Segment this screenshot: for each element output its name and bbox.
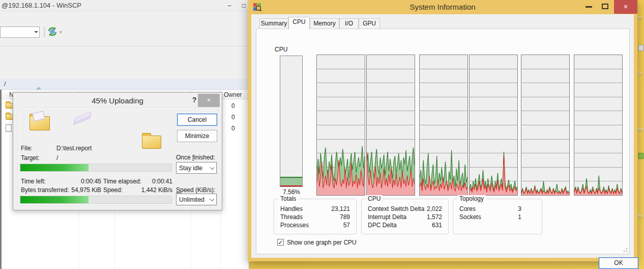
sync-dropdown-caret[interactable]: ▾ [60,30,62,35]
speed-label: Speed: [103,186,123,194]
close-button[interactable]: × [614,0,637,14]
context-switch-label: Context Switch Delta [368,205,424,212]
once-finished-value: Stay idle [179,165,202,172]
threads-value: 789 [340,213,350,221]
totals-title: Totals [278,195,298,202]
target-label: Target: [21,154,40,162]
sysinfo-titlebar[interactable]: System Information × [248,0,637,14]
ok-button[interactable]: OK [599,257,638,269]
cpu-groupbox: CPU Context Switch Delta2,022 Interrupt … [361,199,449,234]
time-left-label: Time left: [21,178,46,185]
sync-icon [47,26,57,37]
cpu-percent-label: 7.56% [272,189,311,196]
desktop-icon-label: vi [638,14,641,20]
dpc-delta-label: DPC Delta [368,222,397,229]
total-progress-fill [20,196,89,203]
winscp-title: @192.168.1.104 - WinSCP [2,2,81,9]
cpu-graph-5 [574,55,623,196]
time-elapsed-value: 0:00:41 [135,178,172,185]
toolbar-grip [44,28,45,37]
processes-label: Processes [280,222,309,229]
upload-progress-dialog: 45% Uploading ? × Cancel Minimize File: … [13,92,222,210]
cpu-section-label: CPU [275,46,287,53]
cpu-graph-1 [366,55,415,196]
tab-summary[interactable]: Summary [259,18,288,29]
tab-cpu[interactable]: CPU [288,17,310,30]
cpu-usage-gauge [280,56,303,187]
cpu-graph-4 [521,55,570,196]
session-combobox[interactable] [0,26,40,38]
interrupt-delta-value: 1,572 [427,213,442,221]
target-folder-icon [142,136,161,149]
chevron-down-icon [210,165,214,170]
close-icon: × [207,96,211,104]
minimize-button[interactable]: – [223,1,236,10]
minimize-transfer-button[interactable]: Minimize [177,130,217,142]
desktop-app-icon[interactable] [638,153,643,159]
chevron-down-icon [34,31,38,33]
cpu-group-title: CPU [366,195,383,202]
once-finished-select[interactable]: Stay idle [176,162,217,174]
topology-title: Topology [457,195,486,202]
minimize-button[interactable] [586,6,592,8]
desktop-icon-label: ex [638,126,643,132]
cpu-graph-2 [419,55,468,196]
column-header-owner[interactable]: Owner [224,91,242,98]
sysinfo-title: System Information [248,3,637,11]
maximize-button[interactable] [602,4,608,9]
processes-value: 57 [343,222,350,229]
tab-io[interactable]: I/O [339,18,359,29]
dpc-delta-value: 631 [432,222,442,229]
system-information-window: System Information × Summary CPU Memory … [248,0,637,261]
synchronize-button[interactable] [47,26,58,38]
current-path: / [4,80,6,88]
cpu-gauge-kernel-line [280,185,302,186]
interrupt-delta-label: Interrupt Delta [368,213,406,221]
chevron-down-icon [210,197,214,201]
cpu-graph-3 [469,55,518,196]
cancel-button[interactable]: Cancel [177,114,217,126]
handles-label: Handles [280,205,303,212]
checkbox-checked-icon[interactable]: ✓ [277,239,284,246]
cpu-tab-page: CPU 7.56% Totals Handles23,121 Threads78… [256,29,630,254]
source-folder-icon [30,116,50,130]
close-icon: × [624,3,628,11]
desktop-file-icon[interactable] [638,45,643,51]
total-progress-bar [20,196,172,204]
speed-limit-value: Unlimited [179,196,204,203]
help-button[interactable]: ? [190,96,198,104]
dialog-title: 45% Uploading [92,96,143,105]
tab-memory[interactable]: Memory [310,18,339,29]
speed-limit-select[interactable]: Unlimited [176,194,217,205]
resize-grip[interactable] [623,247,628,252]
desktop-edge: vi a ex ex [637,0,644,269]
owner-cell[interactable]: 0 [231,102,235,110]
bytes-transferred-value: 54,975 KiB [62,186,101,194]
owner-cell[interactable]: 0 [231,114,235,121]
tab-gpu[interactable]: GPU [359,18,380,29]
cores-value: 3 [518,205,521,212]
divider [0,46,249,46]
once-finished-label: Once finished: [176,154,215,161]
context-switch-value: 2,022 [427,205,442,212]
file-progress-bar [20,164,172,172]
speed-limit-label: Speed (KiB/s): [176,186,215,194]
file-value: D:\test.report [56,145,92,152]
file-label: File: [21,145,33,152]
close-button[interactable]: × [198,94,220,107]
winscp-titlebar[interactable]: @192.168.1.104 - WinSCP – □ [0,0,249,11]
totals-groupbox: Totals Handles23,121 Threads789 Processe… [274,199,357,234]
cores-label: Cores [459,205,476,212]
owner-cell[interactable]: 0 [231,125,235,132]
file-row-icon[interactable] [6,124,12,132]
cpu-graph-0 [316,55,365,196]
file-progress-fill [20,164,89,171]
sort-ascending-icon [36,87,41,90]
checkbox-label: Show one graph per CPU [287,239,357,246]
sockets-label: Sockets [459,213,481,221]
desktop-icon-label: a [638,70,641,75]
sysinfo-client-area: Summary CPU Memory I/O GPU CPU 7.56% Tot… [251,14,634,258]
sockets-value: 1 [518,213,521,221]
time-left-value: 0:00:45 [74,178,101,185]
topology-groupbox: Topology Cores3 Sockets1 [453,199,542,234]
